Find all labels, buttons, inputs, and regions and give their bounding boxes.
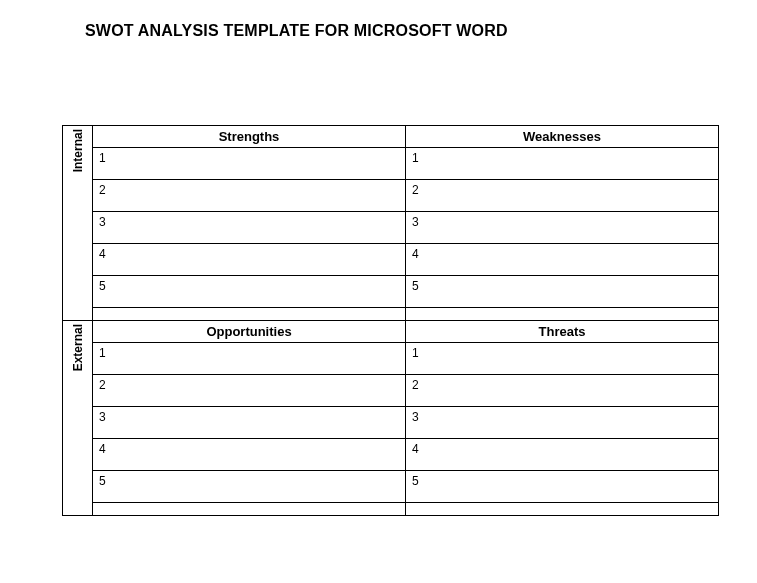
cell-threats-3: 3 (406, 407, 719, 439)
blank-row-external-right (406, 503, 719, 516)
header-threats: Threats (406, 321, 719, 343)
blank-row-external-left (93, 503, 406, 516)
cell-opportunities-2: 2 (93, 375, 406, 407)
page-title: SWOT ANALYSIS TEMPLATE FOR MICROSOFT WOR… (85, 22, 737, 40)
cell-weaknesses-1: 1 (406, 148, 719, 180)
cell-threats-4: 4 (406, 439, 719, 471)
cell-weaknesses-5: 5 (406, 276, 719, 308)
cell-opportunities-3: 3 (93, 407, 406, 439)
cell-opportunities-4: 4 (93, 439, 406, 471)
row-label-internal-text: Internal (71, 129, 85, 172)
row-label-external: External (63, 321, 93, 516)
header-opportunities: Opportunities (93, 321, 406, 343)
blank-row-internal-left (93, 308, 406, 321)
header-weaknesses: Weaknesses (406, 126, 719, 148)
cell-strengths-3: 3 (93, 212, 406, 244)
cell-strengths-5: 5 (93, 276, 406, 308)
cell-strengths-1: 1 (93, 148, 406, 180)
swot-table: Internal Strengths Weaknesses 1 1 2 2 3 … (62, 125, 719, 516)
cell-weaknesses-3: 3 (406, 212, 719, 244)
row-label-internal: Internal (63, 126, 93, 321)
cell-strengths-4: 4 (93, 244, 406, 276)
cell-threats-2: 2 (406, 375, 719, 407)
cell-threats-5: 5 (406, 471, 719, 503)
cell-strengths-2: 2 (93, 180, 406, 212)
cell-opportunities-1: 1 (93, 343, 406, 375)
cell-weaknesses-2: 2 (406, 180, 719, 212)
cell-opportunities-5: 5 (93, 471, 406, 503)
header-strengths: Strengths (93, 126, 406, 148)
cell-weaknesses-4: 4 (406, 244, 719, 276)
blank-row-internal-right (406, 308, 719, 321)
row-label-external-text: External (71, 324, 85, 371)
cell-threats-1: 1 (406, 343, 719, 375)
